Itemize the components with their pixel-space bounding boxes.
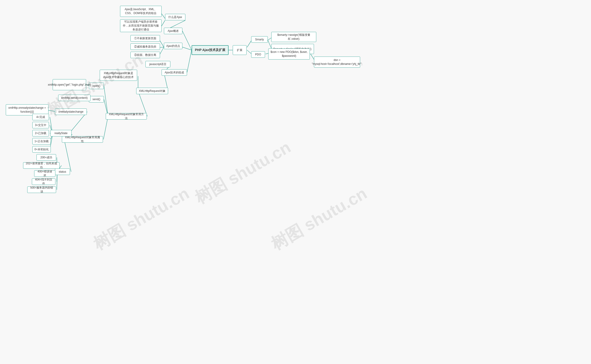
send-param-node: xmlhttp.send(content): [58, 95, 91, 101]
pdo-node: PDO: [251, 51, 265, 58]
s1-node: 1=正在加载: [32, 138, 51, 144]
ajax-jishu-node: Ajax技术的组成: [162, 69, 187, 76]
xmlhttp-methods-node: XMLHttpRequest对象常用方法: [106, 113, 147, 120]
kuozhan-node: 扩展: [233, 45, 247, 55]
s0-node: 0=未初始化: [32, 146, 51, 153]
what-ajax-node: 什么是Ajax: [165, 14, 185, 20]
st404-node: 404=找不到文件: [32, 178, 55, 185]
st200-node: 200=成功: [37, 154, 56, 161]
smarty-assign-node: $smarty->assign('模版变量名',value);: [271, 32, 316, 42]
frontend-backend-node: ③前面、数据分离: [130, 52, 160, 58]
onready-node: onreadystatechange: [55, 109, 87, 115]
ajax-gaishu-node: Ajax概述: [164, 28, 182, 34]
pdo-new-node: $con = new PDO($dsn, $user, $password): [268, 48, 310, 59]
s4-node: 4=完成: [32, 114, 49, 120]
watermark-4: 树图 shutu.cn: [267, 182, 371, 255]
center-node: PHP Ajax技术及扩展: [192, 45, 228, 55]
reallystate-node: reallyState: [50, 130, 71, 136]
js-lang-node: javascript语言: [145, 61, 170, 67]
st400-node: 400=错误请求: [34, 170, 55, 177]
ajax-youbian-node: Ajax的优点: [164, 43, 182, 49]
watermark-3: 树图 shutu.cn: [191, 136, 295, 209]
no-refresh-node: ①不刷新更新页面: [130, 35, 160, 42]
status-node: status: [55, 169, 70, 175]
xmlhttp-core-node: XMLHttpRequest对象是Ajax技术中最核心的技术: [100, 70, 137, 81]
watermark-2: 树图 shutu.cn: [89, 182, 193, 255]
send-method-node: send(): [89, 96, 104, 103]
xmlhttp-props-node: XMLHttpRequest对象常用属性: [62, 136, 103, 143]
s2-node: 2=已加载: [32, 130, 49, 136]
st500-node: 500=服务器内部错误: [27, 187, 56, 193]
smarty-node: Smarty: [251, 36, 268, 43]
ajax-desc2-node: 可以实现客户端异步请求操作，从而实现不刷新页面与服务器进行通信: [120, 20, 162, 32]
s3-node: 3=交互中: [32, 122, 49, 128]
open-method-node: open(): [89, 83, 104, 89]
ajax-desc1-node: Ajax是JavaScript、XML、CSS、DOM等技术的组合: [120, 6, 162, 17]
open-param-node: xmlhttp.open("get","login.php",true): [53, 79, 86, 90]
reduce-load-node: ②减轻服务器负担: [130, 43, 160, 50]
xmlhttp-obj-node: XMLHttpRequest对象: [136, 88, 168, 94]
dsn-val-node: dsn = "mysql:host='localhost';dbname='yh…: [314, 57, 360, 68]
mind-map-canvas: PHP Ajax技术及扩展 Ajax概述 什么是Ajax Ajax是JavaSc…: [0, 0, 591, 364]
st202-node: 202=请求接受，但尚未成功: [23, 162, 59, 169]
